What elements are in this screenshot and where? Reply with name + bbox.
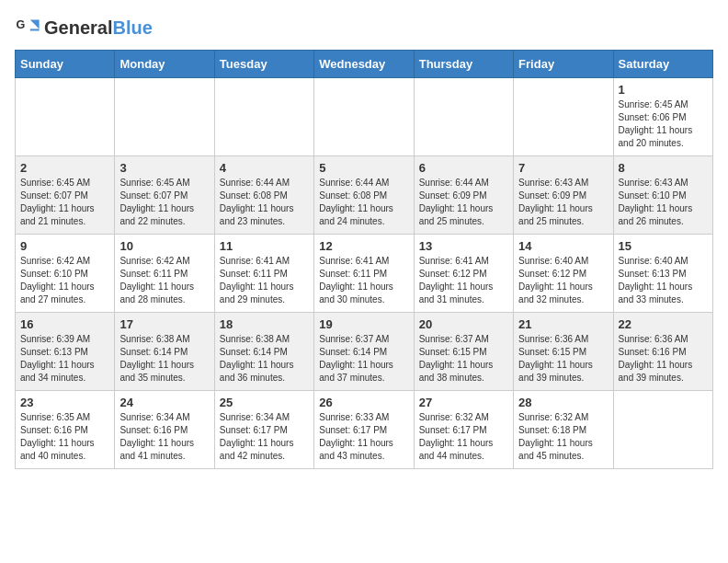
day-number: 11 <box>220 239 309 253</box>
calendar-cell: 18Sunrise: 6:38 AM Sunset: 6:14 PM Dayli… <box>214 313 313 391</box>
svg-marker-1 <box>30 20 40 29</box>
day-info: Sunrise: 6:34 AM Sunset: 6:17 PM Dayligh… <box>220 411 309 463</box>
calendar-cell: 28Sunrise: 6:32 AM Sunset: 6:18 PM Dayli… <box>514 391 613 469</box>
calendar-table: SundayMondayTuesdayWednesdayThursdayFrid… <box>15 50 713 469</box>
calendar-week-row: 23Sunrise: 6:35 AM Sunset: 6:16 PM Dayli… <box>16 391 713 469</box>
day-number: 15 <box>619 239 708 253</box>
day-info: Sunrise: 6:32 AM Sunset: 6:17 PM Dayligh… <box>419 411 508 463</box>
day-number: 22 <box>619 317 708 331</box>
day-number: 4 <box>220 161 309 175</box>
calendar-cell <box>16 78 115 156</box>
day-info: Sunrise: 6:37 AM Sunset: 6:14 PM Dayligh… <box>319 333 408 385</box>
day-info: Sunrise: 6:45 AM Sunset: 6:07 PM Dayligh… <box>119 177 209 228</box>
day-number: 6 <box>419 161 508 175</box>
day-number: 9 <box>20 239 109 253</box>
header-sunday: Sunday <box>16 51 115 78</box>
day-info: Sunrise: 6:44 AM Sunset: 6:08 PM Dayligh… <box>319 177 408 228</box>
day-info: Sunrise: 6:43 AM Sunset: 6:10 PM Dayligh… <box>619 177 708 228</box>
day-info: Sunrise: 6:44 AM Sunset: 6:09 PM Dayligh… <box>419 177 508 228</box>
calendar-cell: 22Sunrise: 6:36 AM Sunset: 6:16 PM Dayli… <box>613 313 712 391</box>
calendar-cell: 7Sunrise: 6:43 AM Sunset: 6:09 PM Daylig… <box>514 156 613 235</box>
calendar-cell: 26Sunrise: 6:33 AM Sunset: 6:17 PM Dayli… <box>314 391 414 469</box>
day-number: 24 <box>119 396 209 409</box>
header-tuesday: Tuesday <box>214 51 313 78</box>
day-number: 23 <box>20 396 109 409</box>
calendar-week-row: 2Sunrise: 6:45 AM Sunset: 6:07 PM Daylig… <box>16 156 713 235</box>
logo-blue: Blue <box>112 17 152 38</box>
day-number: 13 <box>419 239 508 253</box>
header-monday: Monday <box>115 51 214 78</box>
day-info: Sunrise: 6:41 AM Sunset: 6:11 PM Dayligh… <box>319 255 408 306</box>
calendar-cell: 1Sunrise: 6:45 AM Sunset: 6:06 PM Daylig… <box>613 78 712 156</box>
day-number: 27 <box>419 396 508 409</box>
calendar-week-row: 9Sunrise: 6:42 AM Sunset: 6:10 PM Daylig… <box>16 235 713 313</box>
day-number: 21 <box>518 317 608 331</box>
calendar-cell: 23Sunrise: 6:35 AM Sunset: 6:16 PM Dayli… <box>16 391 115 469</box>
calendar-cell: 11Sunrise: 6:41 AM Sunset: 6:11 PM Dayli… <box>214 235 313 313</box>
day-info: Sunrise: 6:40 AM Sunset: 6:12 PM Dayligh… <box>518 255 608 306</box>
calendar-cell <box>115 78 214 156</box>
logo: G GeneralBlue <box>15 15 153 40</box>
calendar-cell: 4Sunrise: 6:44 AM Sunset: 6:08 PM Daylig… <box>214 156 313 235</box>
day-info: Sunrise: 6:36 AM Sunset: 6:16 PM Dayligh… <box>619 333 708 385</box>
calendar-cell: 14Sunrise: 6:40 AM Sunset: 6:12 PM Dayli… <box>514 235 613 313</box>
calendar-cell: 6Sunrise: 6:44 AM Sunset: 6:09 PM Daylig… <box>414 156 513 235</box>
calendar-cell: 17Sunrise: 6:38 AM Sunset: 6:14 PM Dayli… <box>115 313 214 391</box>
day-info: Sunrise: 6:33 AM Sunset: 6:17 PM Dayligh… <box>319 411 408 463</box>
day-number: 5 <box>319 161 408 175</box>
calendar-cell: 21Sunrise: 6:36 AM Sunset: 6:15 PM Dayli… <box>514 313 613 391</box>
logo-general: General <box>44 17 112 38</box>
day-info: Sunrise: 6:45 AM Sunset: 6:06 PM Dayligh… <box>619 98 708 150</box>
svg-text:G: G <box>16 18 25 31</box>
day-number: 1 <box>619 83 708 97</box>
calendar-cell: 9Sunrise: 6:42 AM Sunset: 6:10 PM Daylig… <box>16 235 115 313</box>
day-info: Sunrise: 6:42 AM Sunset: 6:10 PM Dayligh… <box>20 255 109 306</box>
day-info: Sunrise: 6:37 AM Sunset: 6:15 PM Dayligh… <box>419 333 508 385</box>
calendar-cell: 24Sunrise: 6:34 AM Sunset: 6:16 PM Dayli… <box>115 391 214 469</box>
day-number: 17 <box>119 317 209 331</box>
day-info: Sunrise: 6:45 AM Sunset: 6:07 PM Dayligh… <box>20 177 109 228</box>
day-info: Sunrise: 6:36 AM Sunset: 6:15 PM Dayligh… <box>518 333 608 385</box>
day-number: 7 <box>518 161 608 175</box>
day-number: 26 <box>319 396 408 409</box>
calendar-cell: 25Sunrise: 6:34 AM Sunset: 6:17 PM Dayli… <box>214 391 313 469</box>
header-friday: Friday <box>514 51 613 78</box>
calendar-cell: 27Sunrise: 6:32 AM Sunset: 6:17 PM Dayli… <box>414 391 513 469</box>
day-info: Sunrise: 6:40 AM Sunset: 6:13 PM Dayligh… <box>619 255 708 306</box>
calendar-cell: 20Sunrise: 6:37 AM Sunset: 6:15 PM Dayli… <box>414 313 513 391</box>
calendar-week-row: 1Sunrise: 6:45 AM Sunset: 6:06 PM Daylig… <box>16 78 713 156</box>
day-number: 28 <box>518 396 608 409</box>
day-info: Sunrise: 6:41 AM Sunset: 6:12 PM Dayligh… <box>419 255 508 306</box>
day-info: Sunrise: 6:43 AM Sunset: 6:09 PM Dayligh… <box>518 177 608 228</box>
day-info: Sunrise: 6:44 AM Sunset: 6:08 PM Dayligh… <box>220 177 309 228</box>
day-info: Sunrise: 6:38 AM Sunset: 6:14 PM Dayligh… <box>220 333 309 385</box>
calendar-cell: 10Sunrise: 6:42 AM Sunset: 6:11 PM Dayli… <box>115 235 214 313</box>
day-number: 14 <box>518 239 608 253</box>
calendar-cell <box>214 78 313 156</box>
header-thursday: Thursday <box>414 51 513 78</box>
day-number: 20 <box>419 317 508 331</box>
day-number: 16 <box>20 317 109 331</box>
day-number: 3 <box>119 161 209 175</box>
calendar-cell: 3Sunrise: 6:45 AM Sunset: 6:07 PM Daylig… <box>115 156 214 235</box>
calendar-cell <box>414 78 513 156</box>
day-info: Sunrise: 6:41 AM Sunset: 6:11 PM Dayligh… <box>220 255 309 306</box>
calendar-cell: 12Sunrise: 6:41 AM Sunset: 6:11 PM Dayli… <box>314 235 414 313</box>
calendar-cell <box>613 391 712 469</box>
calendar-cell: 8Sunrise: 6:43 AM Sunset: 6:10 PM Daylig… <box>613 156 712 235</box>
day-number: 10 <box>119 239 209 253</box>
day-info: Sunrise: 6:35 AM Sunset: 6:16 PM Dayligh… <box>20 411 109 463</box>
header: G GeneralBlue <box>15 15 713 40</box>
day-info: Sunrise: 6:34 AM Sunset: 6:16 PM Dayligh… <box>119 411 209 463</box>
calendar-week-row: 16Sunrise: 6:39 AM Sunset: 6:13 PM Dayli… <box>16 313 713 391</box>
day-number: 19 <box>319 317 408 331</box>
day-info: Sunrise: 6:42 AM Sunset: 6:11 PM Dayligh… <box>119 255 209 306</box>
calendar-cell: 16Sunrise: 6:39 AM Sunset: 6:13 PM Dayli… <box>16 313 115 391</box>
day-number: 12 <box>319 239 408 253</box>
calendar-cell: 19Sunrise: 6:37 AM Sunset: 6:14 PM Dayli… <box>314 313 414 391</box>
day-number: 8 <box>619 161 708 175</box>
day-info: Sunrise: 6:38 AM Sunset: 6:14 PM Dayligh… <box>119 333 209 385</box>
calendar-cell: 15Sunrise: 6:40 AM Sunset: 6:13 PM Dayli… <box>613 235 712 313</box>
calendar-cell <box>514 78 613 156</box>
day-info: Sunrise: 6:32 AM Sunset: 6:18 PM Dayligh… <box>518 411 608 463</box>
